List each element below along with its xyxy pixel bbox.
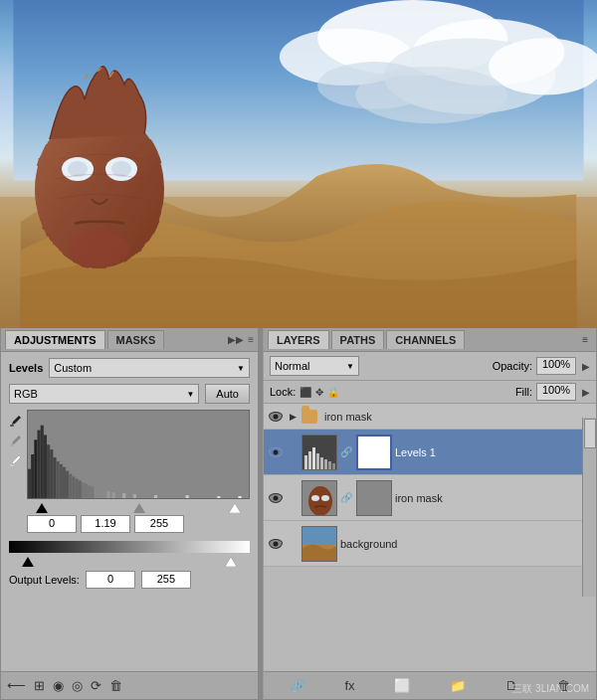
iron-mask-thumbnail (301, 480, 337, 516)
lock-pixel-icon[interactable]: ⬛ (299, 387, 311, 398)
svg-rect-29 (53, 457, 56, 498)
adjustments-panel: ADJUSTMENTS MASKS ▶▶ ≡ Levels Custom ▼ R… (0, 328, 259, 700)
eye-icon-toolbar[interactable]: ◎ (72, 678, 83, 693)
svg-point-7 (355, 67, 507, 123)
svg-rect-26 (44, 435, 47, 498)
svg-rect-42 (95, 487, 98, 498)
svg-rect-19 (10, 464, 14, 466)
levels1-thumbnail (301, 435, 337, 470)
delete-icon[interactable]: 🗑 (109, 678, 122, 693)
fill-input[interactable]: 100% (536, 383, 576, 401)
background-visibility[interactable] (268, 536, 284, 552)
svg-rect-47 (112, 492, 115, 498)
svg-rect-40 (88, 485, 91, 498)
svg-rect-51 (186, 495, 189, 498)
tab-adjustments[interactable]: ADJUSTMENTS (5, 330, 105, 349)
blend-mode-value: Normal (275, 360, 309, 372)
levels-preset-dropdown[interactable]: Custom ▼ (49, 358, 250, 378)
add-style-icon[interactable]: fx (344, 678, 354, 693)
svg-rect-67 (332, 463, 335, 469)
output-min-value[interactable]: 0 (86, 571, 135, 589)
panel-forward-icon[interactable]: ▶▶ (228, 334, 244, 345)
new-group-icon[interactable]: 📁 (450, 678, 466, 693)
link-layers-icon[interactable]: 🔗 (290, 678, 305, 693)
histogram (27, 410, 250, 499)
layer-levels1[interactable]: 🔗 Levels 1 (264, 430, 596, 475)
panel-header-icons: ▶▶ ≡ (228, 334, 254, 345)
folder-icon (301, 410, 317, 424)
iron-mask-visibility[interactable] (268, 490, 284, 506)
new-layer-icon[interactable]: ⊞ (34, 678, 45, 693)
lock-move-icon[interactable]: ✥ (315, 387, 323, 398)
tab-layers[interactable]: LAYERS (268, 330, 329, 349)
panels-row: ADJUSTMENTS MASKS ▶▶ ≡ Levels Custom ▼ R… (0, 328, 597, 700)
adjustments-content: Levels Custom ▼ RGB ▼ Auto (1, 352, 258, 599)
svg-rect-24 (38, 431, 41, 498)
scrollbar-thumb[interactable] (584, 419, 596, 448)
layers-tabs: LAYERS PATHS CHANNELS ≡ (264, 328, 596, 352)
svg-marker-55 (133, 503, 145, 513)
black-eyedropper[interactable] (9, 414, 23, 428)
svg-rect-46 (106, 491, 109, 498)
gray-eyedropper[interactable] (9, 434, 23, 447)
fill-label: Fill: (515, 386, 532, 398)
white-eyedropper[interactable] (9, 453, 23, 467)
svg-rect-60 (304, 455, 307, 469)
svg-rect-45 (103, 490, 106, 498)
lock-all-icon[interactable]: 🔒 (327, 387, 339, 398)
layer-iron-mask[interactable]: 🔗 iron mask fx (264, 475, 596, 521)
svg-rect-59 (302, 436, 337, 470)
layers-panel-menu[interactable]: ≡ (582, 334, 592, 345)
output-label: Output Levels: (9, 574, 80, 586)
back-icon[interactable]: ⟵ (7, 678, 26, 693)
input-max-value[interactable]: 255 (134, 515, 184, 533)
lock-fill-row: Lock: ⬛ ✥ 🔒 Fill: 100% ▶ (264, 381, 596, 404)
auto-button[interactable]: Auto (205, 384, 250, 404)
group-expand-arrow[interactable]: ▶ (287, 411, 298, 423)
svg-point-70 (311, 495, 319, 501)
layer-group-iron-mask[interactable]: ▶ iron mask (264, 404, 596, 430)
levels1-visibility[interactable] (268, 444, 284, 460)
input-values-row: 0 1.19 255 (27, 515, 250, 533)
layers-scrollbar[interactable] (582, 418, 596, 597)
svg-rect-64 (320, 457, 323, 469)
levels1-mask-thumbnail (356, 435, 392, 470)
tab-paths[interactable]: PATHS (331, 330, 385, 349)
rgb-row: RGB ▼ Auto (9, 384, 250, 404)
blend-opacity-row: Normal ▼ Opacity: 100% ▶ (264, 352, 596, 381)
group-visibility[interactable] (268, 409, 284, 425)
lock-label: Lock: (270, 386, 296, 398)
opacity-input[interactable]: 100% (536, 357, 576, 375)
panel-menu-icon[interactable]: ≡ (248, 334, 254, 345)
svg-point-71 (321, 495, 329, 501)
input-min-value[interactable]: 0 (27, 515, 77, 533)
blend-dropdown-arrow: ▼ (346, 362, 354, 371)
svg-rect-61 (308, 451, 311, 469)
output-section: Output Levels: 0 255 (9, 541, 250, 589)
svg-rect-22 (31, 454, 34, 498)
svg-rect-41 (91, 486, 94, 498)
channel-dropdown-arrow: ▼ (186, 390, 194, 399)
add-mask-icon[interactable]: ⬜ (394, 678, 410, 693)
input-mid-value[interactable]: 1.19 (81, 515, 130, 533)
output-slider[interactable] (9, 555, 250, 567)
svg-marker-56 (229, 503, 241, 513)
svg-rect-50 (154, 495, 157, 498)
layer-background[interactable]: background (264, 521, 596, 567)
adjustments-toolbar: ⟵ ⊞ ◉ ◎ ⟳ 🗑 (1, 671, 258, 699)
fill-arrow[interactable]: ▶ (582, 387, 590, 398)
tab-masks[interactable]: MASKS (107, 330, 165, 349)
levels-dropdown-arrow: ▼ (237, 364, 245, 373)
channel-dropdown[interactable]: RGB ▼ (9, 384, 199, 404)
svg-rect-44 (100, 489, 103, 498)
output-max-value[interactable]: 255 (141, 571, 191, 589)
svg-rect-27 (47, 444, 50, 498)
svg-point-69 (308, 486, 332, 516)
opacity-arrow[interactable]: ▶ (582, 361, 590, 372)
reset-icon[interactable]: ⟳ (91, 678, 101, 693)
output-gradient-bar (9, 541, 250, 553)
tab-channels[interactable]: CHANNELS (386, 330, 465, 349)
blend-mode-dropdown[interactable]: Normal ▼ (270, 356, 359, 376)
input-slider[interactable] (27, 501, 250, 513)
visibility-icon[interactable]: ◉ (53, 678, 64, 693)
